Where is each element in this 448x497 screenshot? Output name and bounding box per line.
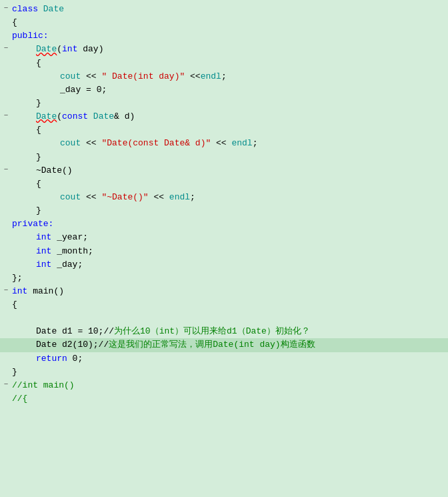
code-line: −Date(const Date& d) [0,110,448,123]
code-text: } [12,97,448,110]
code-line: } [0,366,448,379]
code-text: int _month; [12,245,448,258]
code-line: Date d2(10);//这是我们的正常写法，调用Date(int day)构… [0,338,448,352]
code-text: int _year; [12,231,448,244]
code-line: int _month; [0,245,448,258]
code-text: } [12,151,448,164]
code-line: { [0,177,448,191]
code-line: private: [0,217,448,231]
code-editor: −class Date{public:−Date(int day){cout <… [0,0,448,497]
code-line: −~Date() [0,164,448,177]
code-text: ~Date() [12,164,448,177]
code-text: { [12,298,448,312]
code-line: int _year; [0,231,448,244]
code-text: }; [12,272,448,285]
code-line: −//int main() [0,379,448,392]
code-text: } [12,366,448,379]
code-line: { [0,16,448,29]
code-text: Date d2(10);//这是我们的正常写法，调用Date(int day)构… [12,338,448,352]
code-text: class Date [12,3,448,16]
code-line: _day = 0; [0,83,448,97]
gutter-icon[interactable]: − [0,379,12,390]
code-text: { [12,16,448,29]
code-text: cout << "~Date()" << endl; [12,191,448,204]
code-text: return 0; [12,352,448,366]
code-text: private: [12,217,448,231]
gutter-icon[interactable]: − [0,110,12,121]
gutter-icon[interactable]: − [0,43,12,54]
gutter-icon[interactable]: − [0,164,12,175]
code-text: { [12,177,448,191]
code-line: return 0; [0,352,448,366]
code-line: { [0,298,448,312]
code-text: Date(const Date& d) [12,110,448,123]
code-text: int main() [12,285,448,298]
gutter-icon[interactable]: − [0,285,12,296]
code-line: −class Date [0,3,448,16]
code-line [0,312,448,325]
code-text: public: [12,29,448,43]
code-line: { [0,123,448,137]
code-line: } [0,151,448,164]
code-text: cout << " Date(int day)" <<endl; [12,70,448,83]
code-line: } [0,204,448,217]
code-line: }; [0,272,448,285]
gutter-icon[interactable]: − [0,3,12,14]
code-text: } [12,204,448,217]
code-line: −int main() [0,285,448,298]
code-text: _day = 0; [12,83,448,97]
code-line: cout << "Date(const Date& d)" << endl; [0,137,448,150]
code-text: //{ [12,392,448,406]
code-text: //int main() [12,379,448,392]
code-text: { [12,57,448,70]
code-text: cout << "Date(const Date& d)" << endl; [12,137,448,150]
code-line: cout << " Date(int day)" <<endl; [0,70,448,83]
code-line: public: [0,29,448,43]
code-text: int _day; [12,258,448,272]
code-text: Date d1 = 10;//为什么10（int）可以用来给d1（Date）初始… [12,325,448,338]
code-line: { [0,57,448,70]
code-line: //{ [0,392,448,406]
code-line: cout << "~Date()" << endl; [0,191,448,204]
code-text: Date(int day) [12,43,448,56]
code-line: int _day; [0,258,448,272]
code-line: Date d1 = 10;//为什么10（int）可以用来给d1（Date）初始… [0,325,448,338]
code-text: { [12,123,448,137]
code-line: } [0,97,448,110]
code-line: −Date(int day) [0,43,448,56]
